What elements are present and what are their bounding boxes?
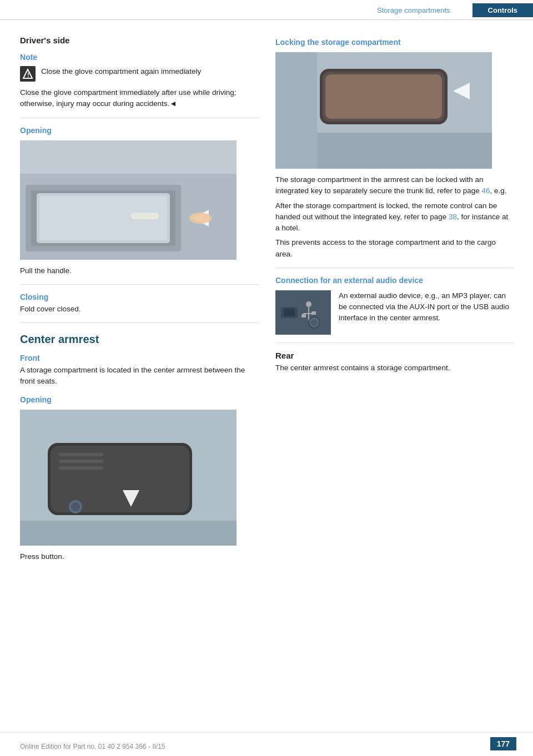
opening-caption: Pull the handle. xyxy=(20,265,259,276)
connection-text: An external audio device, e.g., an MP3 p… xyxy=(339,290,514,324)
glove-compartment-image xyxy=(20,140,237,260)
closing-text: Fold cover closed. xyxy=(20,304,259,315)
front-title: Front xyxy=(20,354,259,362)
closing-section: Closing Fold cover closed. xyxy=(20,293,259,315)
svg-rect-26 xyxy=(325,74,442,119)
svg-rect-36 xyxy=(301,314,306,317)
opening2-caption: Press button. xyxy=(20,551,259,562)
divider-right-2 xyxy=(275,342,514,343)
footer: Online Edition for Part no. 01 40 2 954 … xyxy=(0,732,533,756)
divider-1 xyxy=(20,118,259,118)
center-armrest-left-image xyxy=(20,410,237,546)
svg-rect-15 xyxy=(59,453,103,456)
divider-right-1 xyxy=(275,268,514,268)
warning-triangle-icon: ! xyxy=(22,68,33,79)
warning-icon: ! xyxy=(20,66,36,82)
armrest-right-svg xyxy=(275,52,492,169)
connection-title: Connection for an external audio device xyxy=(275,276,514,285)
rear-text: The center armrest contains a storage co… xyxy=(275,362,514,374)
page-46-link[interactable]: 46 xyxy=(481,187,490,195)
svg-rect-29 xyxy=(275,52,317,169)
svg-point-33 xyxy=(306,301,311,307)
svg-rect-16 xyxy=(59,460,103,463)
locking-para1: The storage compartment in the armrest c… xyxy=(275,174,514,197)
main-content: Driver's side Note ! Close the glove com… xyxy=(0,20,533,577)
center-armrest-left-svg xyxy=(20,410,237,546)
header-bar: Storage compartments Controls xyxy=(0,0,533,20)
left-column: Driver's side Note ! Close the glove com… xyxy=(20,30,259,566)
svg-rect-32 xyxy=(284,309,295,316)
note-paragraph: Close the glove compartment immediately … xyxy=(20,87,259,110)
drivers-side-section: Driver's side Note ! Close the glove com… xyxy=(20,36,259,110)
page-38-link[interactable]: 38 xyxy=(449,213,457,221)
svg-point-20 xyxy=(71,502,80,511)
footer-page: 177 xyxy=(490,737,516,750)
locking-title: Locking the storage compartment xyxy=(275,38,514,47)
svg-point-39 xyxy=(311,319,318,326)
note-box-text: Close the glove compartment again immedi… xyxy=(41,66,201,77)
page-number: 177 xyxy=(490,737,516,750)
svg-rect-17 xyxy=(59,466,103,470)
header-section-label: Storage compartments xyxy=(377,6,461,14)
connection-inline-row: An external audio device, e.g., an MP3 p… xyxy=(275,290,514,335)
divider-2 xyxy=(20,284,259,285)
usb-device-svg xyxy=(275,290,331,335)
drivers-side-title: Driver's side xyxy=(20,36,259,45)
footer-text: Online Edition for Part no. 01 40 2 954 … xyxy=(20,743,165,750)
locking-para2: After the storage compartment is locked,… xyxy=(275,200,514,234)
divider-3 xyxy=(20,322,259,323)
center-armrest-title: Center armrest xyxy=(20,333,259,346)
rear-title: Rear xyxy=(275,351,514,360)
usb-device-image xyxy=(275,290,331,335)
svg-rect-21 xyxy=(20,521,237,546)
svg-point-10 xyxy=(189,213,212,224)
rear-section: Rear The center armrest contains a stora… xyxy=(275,351,514,374)
note-box: ! Close the glove compartment again imme… xyxy=(20,66,259,82)
closing-title: Closing xyxy=(20,293,259,301)
connection-section: Connection for an external audio device xyxy=(275,276,514,335)
header-chapter-label: Controls xyxy=(472,3,533,17)
opening-section: Opening xyxy=(20,126,259,276)
note-heading: Note xyxy=(20,53,259,62)
svg-rect-37 xyxy=(311,311,316,315)
right-column: Locking the storage compartment xyxy=(275,30,514,566)
svg-text:!: ! xyxy=(27,72,29,78)
armrest-right-image xyxy=(275,52,492,169)
svg-rect-8 xyxy=(131,213,159,219)
front-text: A storage compartment is located in the … xyxy=(20,365,259,387)
locking-section: Locking the storage compartment xyxy=(275,38,514,260)
opening2-title: Opening xyxy=(20,395,259,404)
center-armrest-section: Center armrest Front A storage compartme… xyxy=(20,333,259,562)
opening-title: Opening xyxy=(20,126,259,135)
glove-compartment-svg xyxy=(20,140,237,260)
locking-para3: This prevents access to the storage comp… xyxy=(275,237,514,260)
